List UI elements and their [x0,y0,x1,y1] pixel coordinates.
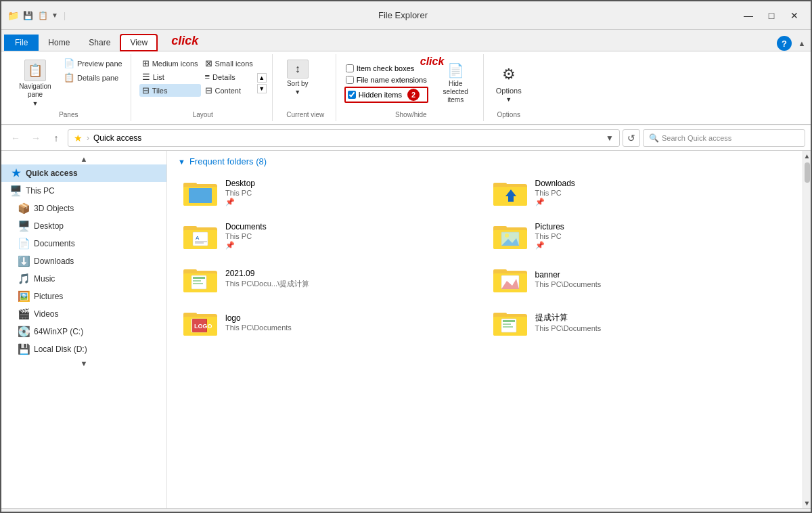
svg-rect-36 [183,313,197,317]
navigation-pane-button[interactable]: 📋 Navigation pane ▼ [12,57,58,110]
folder-pin-pictures: 📌 [535,241,564,250]
folder-item-banner[interactable]: banner This PC\Documents [488,260,792,298]
sidebar-item-c-drive[interactable]: 💽 64WinXP (C:) [1,323,166,340]
refresh-button[interactable]: ↺ [623,129,640,147]
forward-button[interactable]: → [27,129,45,147]
folder-thumb-2021 [183,264,219,294]
status-bar: 8 items ⊞ ☰ [1,508,811,513]
tab-home[interactable]: Home [39,35,79,51]
svg-point-20 [505,233,509,238]
title-bar: 📁 💾 📋 ▼ | File Explorer — □ ✕ [1,1,811,30]
folder-name-logo: logo [225,313,292,323]
tab-file[interactable]: File [4,35,39,51]
folder-name-2021: 2021.09 [225,269,309,278]
folder-name-chengji: 提成计算 [535,312,602,324]
sidebar-item-3d-objects[interactable]: 📦 3D Objects [1,200,166,217]
sidebar-item-documents[interactable]: 📄 Documents [1,235,166,252]
content-scrollbar[interactable]: ▲ ▼ [803,151,811,508]
file-name-extensions-checkbox[interactable] [346,76,354,84]
maximize-button[interactable]: □ [761,6,782,25]
folder-item-documents[interactable]: A Documents This PC 📌 [178,217,482,254]
svg-rect-26 [193,277,205,279]
options-button[interactable]: ⚙ Options ▼ [492,57,526,110]
section-header[interactable]: ▼ Frequent folders (8) [178,156,792,166]
tab-view[interactable]: View [120,34,158,51]
dropdown-arrow: ▼ [51,12,58,19]
file-name-extensions-option[interactable]: File name extensions [344,75,428,85]
tiles-button[interactable]: ⊟ Tiles [139,84,201,97]
svg-rect-46 [503,326,513,328]
ribbon-tabs: File Home Share View click ? ▲ [1,30,811,51]
tab-share[interactable]: Share [79,35,120,51]
quick-access-label: Quick access [26,169,78,178]
d-drive-icon: 💾 [18,343,30,355]
minimize-button[interactable]: — [738,6,759,25]
folder-info-banner: banner This PC\Documents [535,270,602,288]
documents-icon: 📄 [18,238,30,250]
sidebar-item-downloads[interactable]: ⬇️ Downloads [1,252,166,270]
folder-info-downloads: Downloads This PC 📌 [535,179,575,206]
help-button[interactable]: ? [777,36,792,51]
sidebar-item-d-drive[interactable]: 💾 Local Disk (D:) [1,340,166,358]
sidebar-item-pictures[interactable]: 🖼️ Pictures [1,288,166,305]
scroll-up-button[interactable]: ▲ [257,73,267,83]
sidebar-scroll-up[interactable]: ▲ [1,154,166,164]
folder-info-2021: 2021.09 This PC\Docu...\提成计算 [225,269,309,289]
svg-rect-27 [193,280,201,282]
sidebar-item-desktop[interactable]: 🖥️ Desktop [1,217,166,235]
folder-item-desktop[interactable]: Desktop This PC 📌 [178,173,482,211]
sort-by-button[interactable]: ↕ Sort by ▼ [281,57,315,98]
layout-group: ⊞ Medium icons ☰ List ⊟ Tiles ⊠ Small ic… [134,54,273,121]
back-button[interactable]: ← [7,129,24,147]
item-checkboxes-option[interactable]: Item check boxes [344,64,428,73]
options-group: ⚙ Options ▼ Options [487,54,531,121]
address-box[interactable]: ★ › Quick access ▼ [68,129,620,147]
preview-pane-button[interactable]: 📄 Preview pane [61,57,125,70]
click-label-2: click [420,55,445,68]
sidebar-label-desktop: Desktop [34,221,64,231]
sidebar-item-music[interactable]: 🎵 Music [1,270,166,288]
this-pc-icon: 🖥️ [9,185,22,197]
ribbon: 📋 Navigation pane ▼ 📄 Preview pane 📋 Det… [1,51,811,125]
small-icons-button[interactable]: ⊠ Small icons [202,57,256,70]
ribbon-collapse[interactable]: ▲ [794,36,809,51]
sidebar-scroll-down[interactable]: ▼ [1,358,166,369]
folder-item-pictures[interactable]: Pictures This PC 📌 [488,217,792,254]
address-bar: ← → ↑ ★ › Quick access ▼ ↺ 🔍 Search Quic… [1,125,811,151]
search-placeholder-text: Search Quick access [662,134,731,142]
svg-text:LOGO: LOGO [194,323,212,330]
sidebar-item-videos[interactable]: 🎬 Videos [1,305,166,323]
svg-rect-28 [193,283,203,284]
details-pane-button[interactable]: 📋 Details pane [61,71,125,84]
scroll-bottom-arrow[interactable]: ▼ [803,498,812,508]
address-separator: › [87,133,89,143]
content-button[interactable]: ⊟ Content [202,84,256,97]
sidebar-item-quick-access[interactable]: ★ Quick access [1,164,166,182]
svg-rect-10 [183,226,197,230]
folder-item-2021[interactable]: 2021.09 This PC\Docu...\提成计算 [178,260,482,298]
sidebar-label-this-pc: This PC [26,186,55,196]
sidebar-label-d-drive: Local Disk (D:) [34,344,87,354]
scroll-down-button[interactable]: ▼ [257,84,267,93]
title-controls: — □ ✕ [738,6,805,25]
folder-path-2021: This PC\Docu...\提成计算 [225,279,309,289]
folder-item-downloads[interactable]: Downloads This PC 📌 [488,173,792,211]
folder-item-logo[interactable]: LOGO logo This PC\Documents [178,303,482,341]
address-dropdown-button[interactable]: ▼ [606,133,614,143]
scroll-top-arrow[interactable]: ▲ [803,151,812,161]
folder-pin-desktop: 📌 [225,198,255,206]
folder-info-chengji: 提成计算 This PC\Documents [535,312,602,332]
up-button[interactable]: ↑ [47,129,65,147]
folder-path-chengji: This PC\Documents [535,324,602,332]
medium-icons-button[interactable]: ⊞ Medium icons [139,57,201,70]
details-button[interactable]: ≡ Details [202,70,256,83]
search-box[interactable]: 🔍 Search Quick access [643,129,805,147]
hidden-items-checkbox[interactable] [348,91,356,99]
item-checkboxes-checkbox[interactable] [346,64,354,72]
sidebar-item-this-pc[interactable]: 🖥️ This PC [1,182,166,200]
hidden-items-option[interactable]: Hidden items 2 [344,87,428,103]
scroll-thumb[interactable] [805,162,810,183]
close-button[interactable]: ✕ [784,6,805,25]
list-button[interactable]: ☰ List [139,70,201,83]
folder-item-chengji[interactable]: 提成计算 This PC\Documents [488,303,792,341]
